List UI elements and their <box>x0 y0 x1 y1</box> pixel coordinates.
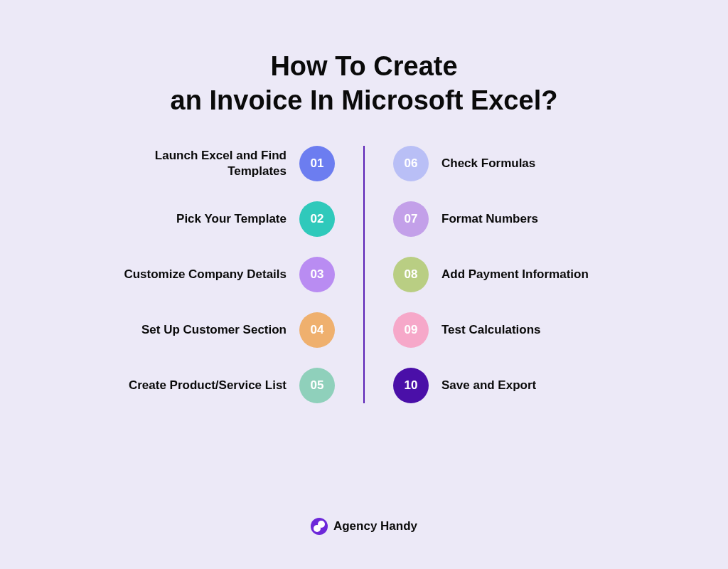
footer: Agency Handy <box>0 518 728 535</box>
step-row: Customize Company Details 03 <box>50 257 335 292</box>
brand-name: Agency Handy <box>333 519 417 533</box>
step-label: Save and Export <box>441 378 536 393</box>
steps-container: Launch Excel and Find Templates 01 Pick … <box>0 146 728 403</box>
step-label: Test Calculations <box>441 322 541 338</box>
step-row: 07 Format Numbers <box>393 201 678 237</box>
step-badge: 08 <box>393 257 429 292</box>
step-badge: 01 <box>299 146 335 181</box>
step-row: Set Up Customer Section 04 <box>50 312 335 348</box>
step-badge: 09 <box>393 312 429 348</box>
step-label: Set Up Customer Section <box>141 322 287 338</box>
step-row: 06 Check Formulas <box>393 146 678 181</box>
step-badge: 07 <box>393 201 429 237</box>
title-line-1: How To Create <box>270 51 457 81</box>
step-badge: 03 <box>299 257 335 292</box>
step-label: Format Numbers <box>441 211 538 227</box>
step-row: 09 Test Calculations <box>393 312 678 348</box>
step-row: 08 Add Payment Information <box>393 257 678 292</box>
step-badge: 05 <box>299 368 335 403</box>
step-badge: 02 <box>299 201 335 237</box>
step-badge: 04 <box>299 312 335 348</box>
step-badge: 10 <box>393 368 429 403</box>
steps-left-column: Launch Excel and Find Templates 01 Pick … <box>50 146 335 403</box>
page-title: How To Create an Invoice In Microsoft Ex… <box>0 0 728 146</box>
step-row: Create Product/Service List 05 <box>50 368 335 403</box>
step-row: Launch Excel and Find Templates 01 <box>50 146 335 181</box>
step-label: Create Product/Service List <box>129 378 287 393</box>
step-row: Pick Your Template 02 <box>50 201 335 237</box>
step-label: Check Formulas <box>441 156 535 171</box>
step-label: Add Payment Information <box>441 267 589 282</box>
steps-right-column: 06 Check Formulas 07 Format Numbers 08 A… <box>393 146 678 403</box>
step-label: Customize Company Details <box>124 267 287 282</box>
step-badge: 06 <box>393 146 429 181</box>
step-label: Pick Your Template <box>176 211 287 227</box>
title-line-2: an Invoice In Microsoft Excel? <box>171 85 558 115</box>
step-row: 10 Save and Export <box>393 368 678 403</box>
vertical-divider <box>363 146 365 403</box>
brand-logo-icon <box>311 518 328 535</box>
step-label: Launch Excel and Find Templates <box>102 148 287 179</box>
